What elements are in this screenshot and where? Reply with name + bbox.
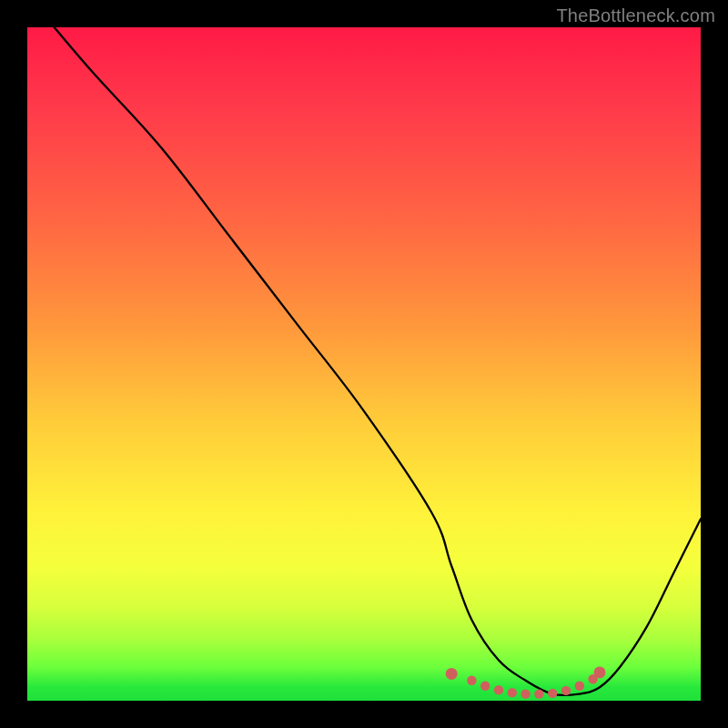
optimal-dot [561,686,571,695]
optimal-dot [467,676,476,685]
bottleneck-curve-line [55,27,701,695]
optimal-dot [446,668,458,680]
optimal-dot [508,688,517,697]
chart-frame: TheBottleneck.com [0,0,728,728]
optimal-dot [594,666,606,678]
optimal-dot [575,682,584,691]
plot-area [27,27,701,701]
optimal-dot [480,682,490,691]
optimal-dot [534,689,543,698]
optimal-dot [494,685,503,694]
optimal-dot [521,689,530,698]
optimal-dot [548,689,557,698]
chart-svg [27,27,701,701]
watermark-text: TheBottleneck.com [556,5,715,26]
